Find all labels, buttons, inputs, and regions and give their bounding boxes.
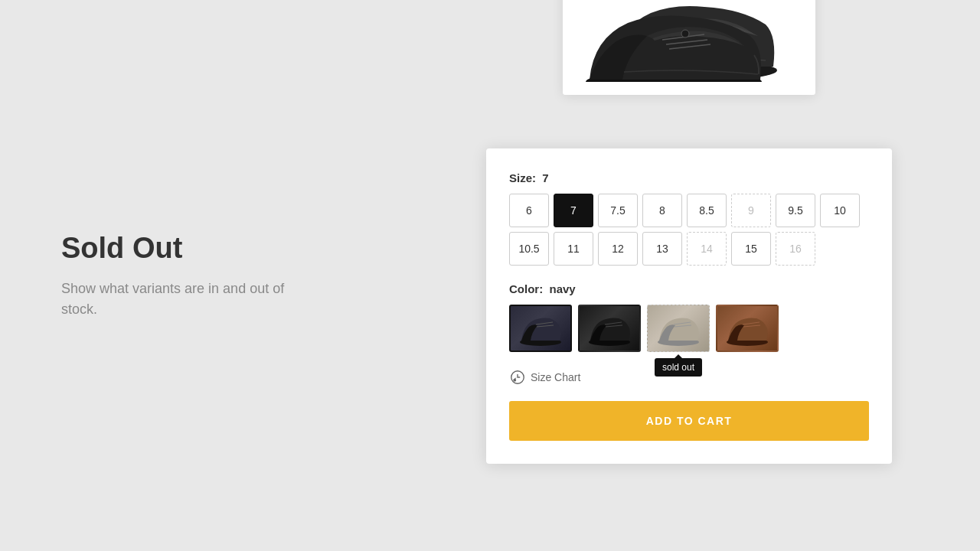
size-chart-label: Size Chart bbox=[531, 371, 580, 383]
page-heading: Sold Out bbox=[61, 232, 337, 265]
color-section: Color: navy sold out bbox=[509, 282, 869, 352]
page-container: Sold Out Show what variants are in and o… bbox=[0, 0, 980, 551]
size-option-8.5[interactable]: 8.5 bbox=[687, 194, 727, 227]
selected-color-value: navy bbox=[550, 282, 576, 295]
size-option-15[interactable]: 15 bbox=[731, 232, 771, 266]
size-option-7.5[interactable]: 7.5 bbox=[598, 194, 638, 227]
size-option-14: 14 bbox=[687, 232, 727, 266]
color-grid: sold out bbox=[509, 305, 869, 352]
size-option-13[interactable]: 13 bbox=[642, 232, 682, 266]
left-section: Sold Out Show what variants are in and o… bbox=[0, 232, 398, 320]
size-option-10.5[interactable]: 10.5 bbox=[509, 232, 549, 266]
size-label: Size: 7 bbox=[509, 171, 869, 184]
color-swatch-brown[interactable] bbox=[716, 305, 779, 352]
size-section: Size: 7 677.588.599.51010.5111213141516 bbox=[509, 171, 869, 266]
sold-out-tooltip: sold out bbox=[655, 358, 702, 377]
size-option-10[interactable]: 10 bbox=[820, 194, 860, 227]
product-image bbox=[563, 0, 815, 95]
size-option-11[interactable]: 11 bbox=[554, 232, 593, 266]
color-label: Color: navy bbox=[509, 282, 869, 295]
product-image-container bbox=[563, 0, 815, 95]
size-option-8[interactable]: 8 bbox=[642, 194, 682, 227]
size-option-7[interactable]: 7 bbox=[554, 194, 593, 227]
color-swatch-navy[interactable] bbox=[509, 305, 572, 352]
add-to-cart-button[interactable]: ADD TO CART bbox=[509, 401, 869, 441]
size-option-9.5[interactable]: 9.5 bbox=[776, 194, 815, 227]
size-grid: 677.588.599.51010.5111213141516 bbox=[509, 194, 869, 266]
svg-point-8 bbox=[681, 30, 689, 37]
color-swatch-black[interactable] bbox=[578, 305, 641, 352]
product-card: Size: 7 677.588.599.51010.5111213141516 … bbox=[486, 148, 892, 464]
size-option-6[interactable]: 6 bbox=[509, 194, 549, 227]
size-option-9: 9 bbox=[731, 194, 771, 227]
product-shoe-svg bbox=[582, 0, 796, 82]
size-option-16: 16 bbox=[776, 232, 815, 266]
page-description: Show what variants are in and out of sto… bbox=[61, 279, 291, 320]
size-option-12[interactable]: 12 bbox=[598, 232, 638, 266]
selected-size-value: 7 bbox=[542, 171, 548, 184]
right-section: Size: 7 677.588.599.51010.5111213141516 … bbox=[398, 87, 980, 464]
ruler-icon bbox=[509, 369, 526, 386]
color-swatch-grey[interactable] bbox=[647, 305, 710, 352]
